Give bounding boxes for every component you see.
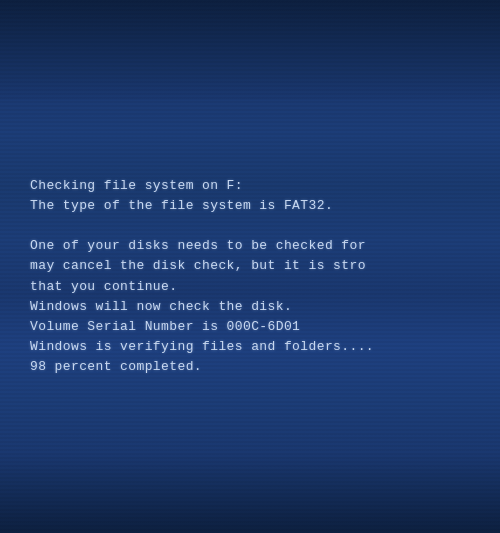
console-output: Checking file system on F:The type of th… [30,176,470,377]
console-line: One of your disks needs to be checked fo… [30,236,470,256]
console-line: The type of the file system is FAT32. [30,196,470,216]
bottom-band [0,453,500,533]
blank-line [30,216,470,236]
console-line: that you continue. [30,277,470,297]
console-line: Checking file system on F: [30,176,470,196]
console-line: Windows is verifying files and folders..… [30,337,470,357]
console-line: Volume Serial Number is 000C-6D01 [30,317,470,337]
console-line: may cancel the disk check, but it is str… [30,256,470,276]
console-line: Windows will now check the disk. [30,297,470,317]
console-line: 98 percent completed. [30,357,470,377]
bsod-screen: Checking file system on F:The type of th… [0,0,500,533]
top-band [0,0,500,100]
